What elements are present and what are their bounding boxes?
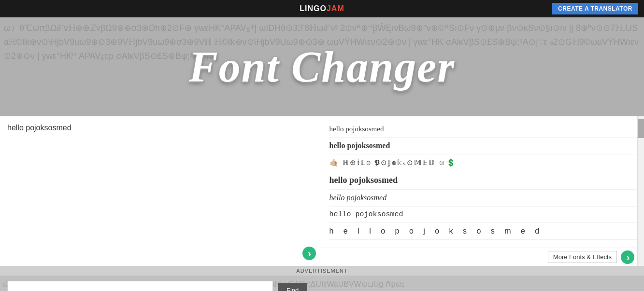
more-fonts-button[interactable]: More Fonts & Effects: [548, 251, 617, 263]
advertisement-bar: ADVERTISEMENT: [0, 266, 644, 276]
font-result-6[interactable]: hello pojoksosmed: [329, 207, 637, 223]
create-translator-button[interactable]: CREATE A TRANSLATOR: [552, 3, 638, 14]
bottom-area: ₉2⊙ʰνℰ⊕ℍκS⊙βH•ʷ² ∕∧ Δ | νjbᵢsalθ⊙ νSABν;…: [0, 276, 644, 291]
output-panel: hello pojoksosmed hello pojoksosmed 🤙🏼 ℍ…: [322, 116, 644, 266]
text-input[interactable]: [7, 124, 315, 259]
logo: LINGOJAM: [300, 4, 344, 13]
right-scroll-button[interactable]: [621, 250, 634, 264]
scrollbar-track[interactable]: [637, 116, 644, 266]
font-result-4[interactable]: hello pojoksosmed: [329, 171, 637, 190]
left-convert-button[interactable]: [302, 247, 316, 260]
advertisement-label: ADVERTISEMENT: [296, 268, 347, 274]
search-input[interactable]: [7, 281, 273, 291]
header: LINGOJAM CREATE A TRANSLATOR: [0, 0, 644, 17]
find-button[interactable]: Find: [278, 283, 307, 291]
logo-jam: JAM: [327, 4, 344, 13]
font-result-2[interactable]: hello pojoksosmed: [329, 138, 637, 154]
hero-section: ω）θ℃ωπβΩ∂ʼvℍ⊕⊗ℤvβΩ9⊗⊕σ3⊗Dh⊕2⊙F⊕ γwεHK°AP…: [0, 17, 644, 116]
font-result-5[interactable]: hello pojoksosmed: [329, 190, 637, 207]
hero-title: Font Changer: [189, 42, 456, 92]
scrollbar-thumb[interactable]: [638, 119, 644, 138]
right-bottom-bar: More Fonts & Effects: [322, 248, 644, 266]
logo-lingo: LINGO: [300, 4, 327, 13]
main-content: hello pojoksosmed hello pojoksosmed 🤙🏼 ℍ…: [0, 116, 644, 266]
font-result-1[interactable]: hello pojoksosmed: [329, 121, 637, 138]
font-result-7[interactable]: h e l l o p o j o k s o s m e d: [329, 223, 637, 240]
input-panel: [0, 116, 322, 266]
font-result-3[interactable]: 🤙🏼 ℍ⊕𝕚𝕃𝕠 𝕻⊙𝕁𝕠𝕜ₛ⊙𝕄𝔼𝔻 ☺💲: [329, 154, 637, 171]
